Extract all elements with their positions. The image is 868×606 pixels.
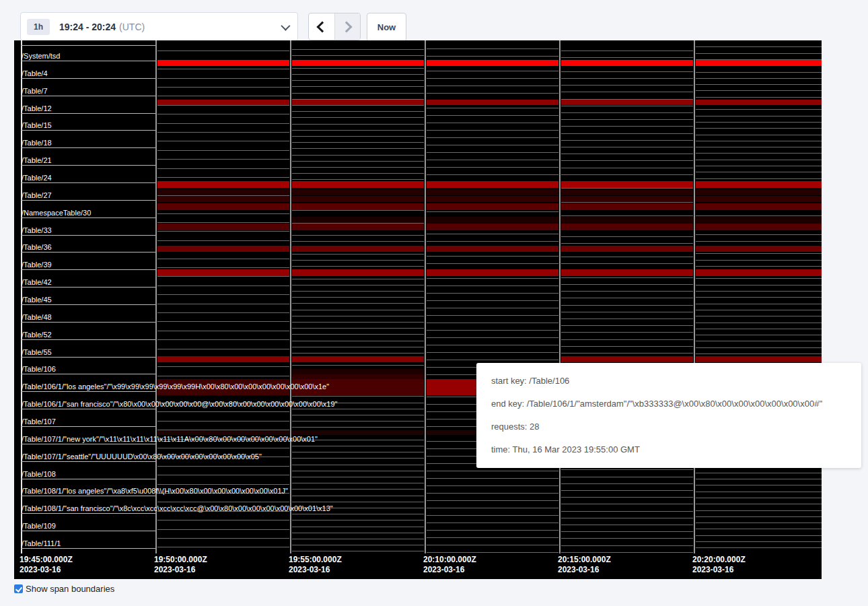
hot-range-band <box>290 374 425 380</box>
row-key-label: /Table/107/1/"new york"/"\x11\x11\x11\x1… <box>22 435 318 443</box>
show-span-boundaries-toggle[interactable]: Show span boundaries <box>14 584 114 594</box>
previous-range-button[interactable] <box>309 13 334 40</box>
hot-range-band <box>155 356 425 362</box>
row-span-underline <box>21 461 155 462</box>
time-preset-badge: 1h <box>27 19 50 35</box>
time-gridline <box>289 40 292 553</box>
row-key-label: /Table/36 <box>22 243 52 251</box>
hot-range-band <box>290 217 822 223</box>
row-span-underline <box>21 287 155 288</box>
row-key-label: /Table/106 <box>22 365 56 373</box>
row-span-underline <box>21 61 155 61</box>
timezone-label: (UTC) <box>119 22 145 32</box>
tick-date: 2023-03-16 <box>558 565 692 575</box>
row-span-underline <box>21 252 155 252</box>
row-span-underline <box>21 548 155 549</box>
row-key-label: /Table/12 <box>22 104 52 112</box>
time-gridline <box>693 40 696 553</box>
tooltip-start-key: start key: /Table/106 <box>491 370 857 393</box>
chevron-down-icon <box>281 21 290 30</box>
hot-range-band <box>155 189 822 195</box>
next-range-button[interactable] <box>334 13 361 40</box>
tick-time: 19:50:00.000Z <box>154 555 289 565</box>
tick-date: 2023-03-16 <box>423 565 558 575</box>
row-key-label: /Table/107 <box>22 417 56 426</box>
row-key-label: /Table/48 <box>22 313 52 321</box>
row-key-label: /System/tsd <box>22 52 60 60</box>
row-key-label: /Table/7 <box>22 87 48 95</box>
chevron-right-icon <box>340 21 352 32</box>
hot-range-band <box>290 369 425 374</box>
row-span-underline <box>21 374 155 374</box>
row-span-underline <box>21 513 155 514</box>
row-key-label: /Table/45 <box>22 296 52 304</box>
row-span-underline <box>21 269 155 270</box>
span-boundary-line <box>21 45 155 46</box>
span-boundary-lines <box>425 42 559 553</box>
chevron-left-icon <box>317 21 328 32</box>
heatmap-tooltip: start key: /Table/106 end key: /Table/10… <box>476 363 861 468</box>
row-key-label: /NamespaceTable/30 <box>22 209 91 217</box>
tick-date: 2023-03-16 <box>154 565 289 575</box>
row-key-label: /Table/106/1/"los angeles"/"\x99\x99\x99… <box>22 382 329 391</box>
time-gridline <box>155 40 157 553</box>
row-span-underline <box>21 200 155 201</box>
span-boundary-lines <box>155 42 290 553</box>
time-gridline <box>424 40 427 553</box>
row-span-underline <box>21 165 155 166</box>
row-span-underline <box>21 217 155 218</box>
row-key-label: /Table/108/1/"los angeles"/"\xa8\xf5\u00… <box>22 487 288 495</box>
row-key-label: /Table/15 <box>22 121 52 129</box>
time-gridline <box>558 40 561 553</box>
hot-range-band <box>155 379 290 395</box>
now-button[interactable]: Now <box>367 13 406 42</box>
row-span-underline <box>21 304 155 305</box>
row-key-label: /Table/106/1/"san francisco"/"\x80\x00\x… <box>22 400 338 408</box>
row-span-underline <box>21 182 155 183</box>
row-span-underline <box>21 479 155 479</box>
checkbox-checked-icon[interactable] <box>14 584 23 593</box>
time-range-text: 19:24 - 20:24 <box>59 22 116 32</box>
x-axis-tick-label: 19:45:00.000Z2023-03-16 <box>20 555 154 575</box>
row-key-label: /Table/27 <box>22 191 52 199</box>
row-key-label: /Table/111/1 <box>22 539 61 547</box>
row-span-underline <box>21 339 155 340</box>
checkbox-label: Show span boundaries <box>26 584 114 594</box>
tick-date: 2023-03-16 <box>692 565 822 575</box>
tick-time: 20:10:00.000Z <box>423 555 558 565</box>
x-axis-tick-label: 19:50:00.000Z2023-03-16 <box>154 555 289 575</box>
tick-time: 19:55:00.000Z <box>289 555 423 565</box>
span-boundary-lines <box>559 44 694 553</box>
row-key-label: /Table/42 <box>22 278 52 286</box>
hot-range-band <box>155 224 822 230</box>
hot-range-band <box>155 60 822 66</box>
row-span-underline <box>21 130 155 131</box>
hot-range-band <box>155 246 822 252</box>
time-step-button-group <box>308 13 361 40</box>
time-range-selector[interactable]: 1h 19:24 - 20:24 (UTC) <box>20 12 298 41</box>
row-span-underline <box>21 409 155 409</box>
row-span-underline <box>21 147 155 148</box>
row-span-underline <box>21 322 155 323</box>
hot-range-band <box>155 100 822 105</box>
hot-range-band <box>155 269 822 276</box>
tick-time: 20:20:00.000Z <box>692 555 822 565</box>
tick-date: 2023-03-16 <box>20 565 154 575</box>
x-axis-tick-label: 20:15:00.000Z2023-03-16 <box>558 555 692 575</box>
row-span-underline <box>21 235 155 236</box>
hot-range-band <box>155 181 822 188</box>
row-span-underline <box>21 96 155 96</box>
row-span-underline <box>21 531 155 531</box>
x-axis-tick-label: 19:55:00.000Z2023-03-16 <box>289 555 423 575</box>
row-span-underline <box>21 113 155 114</box>
row-span-underline <box>21 391 155 392</box>
row-span-underline <box>21 78 155 79</box>
keyvisualizer-heatmap[interactable]: /System/tsd/Table/4/Table/7/Table/12/Tab… <box>14 40 822 579</box>
row-key-label: /Table/52 <box>22 331 52 339</box>
tooltip-requests: requests: 28 <box>491 415 857 438</box>
row-key-label: /Table/21 <box>22 156 52 164</box>
tick-time: 20:15:00.000Z <box>558 555 692 565</box>
row-span-underline <box>21 496 155 496</box>
row-span-underline <box>21 444 155 444</box>
row-key-label: /Table/39 <box>22 261 52 269</box>
